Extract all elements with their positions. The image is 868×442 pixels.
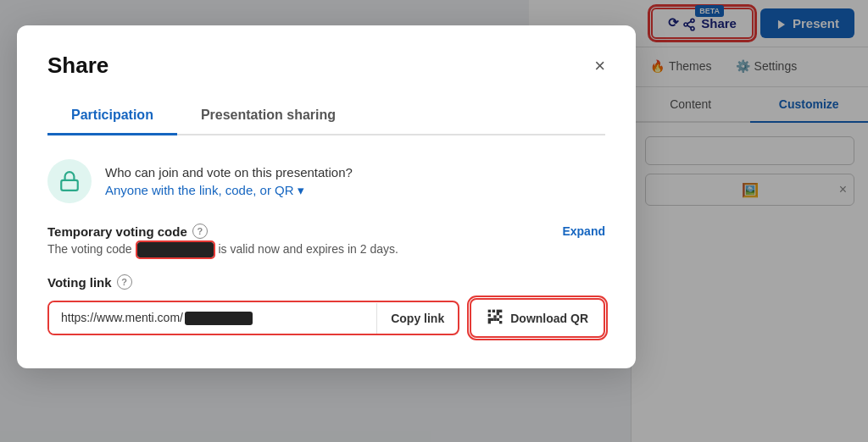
url-prefix: https://www.menti.com/ [61,311,183,324]
download-qr-label: Download QR [510,312,588,325]
svg-rect-7 [488,310,491,312]
voting-link-label-text: Voting link [47,275,112,290]
lock-icon [58,170,81,192]
tab-participation[interactable]: Participation [47,99,177,135]
modal-title: Share [47,52,108,79]
who-can-join-text-block: Who can join and vote on this presentati… [105,165,353,198]
url-redacted [185,312,253,325]
voting-code-redacted [137,242,214,257]
voting-link-row: https://www.menti.com/ Copy link Downloa… [47,298,605,338]
lock-icon-wrap [47,159,92,203]
voting-code-desc-before: The voting code [47,242,132,256]
voting-link-help-icon[interactable]: ? [117,274,132,290]
who-can-join-section: Who can join and vote on this presentati… [47,159,605,203]
svg-rect-17 [497,318,499,321]
download-qr-button[interactable]: Download QR [470,298,605,338]
voting-code-section: Temporary voting code ? Expand The votin… [47,224,605,257]
voting-link-section: Voting link ? https://www.menti.com/ Cop… [47,274,605,338]
svg-rect-10 [497,310,499,312]
svg-rect-9 [488,314,491,317]
voting-link-label: Voting link ? [47,274,132,290]
voting-link-box: https://www.menti.com/ Copy link [47,301,459,335]
modal-header: Share × [47,52,605,79]
anyone-with-link-button[interactable]: Anyone with the link, code, or QR ▾ [105,183,353,198]
voting-url-display: https://www.menti.com/ [49,302,376,334]
svg-rect-18 [499,321,502,323]
voting-code-label-text: Temporary voting code [47,224,187,239]
tab-participation-label: Participation [71,108,153,122]
expand-button[interactable]: Expand [562,224,605,238]
voting-code-header-row: Temporary voting code ? Expand [47,224,605,239]
svg-rect-15 [491,318,493,321]
svg-rect-16 [494,318,497,321]
svg-rect-19 [494,316,497,318]
share-modal: Share × Participation Presentation shari… [17,25,636,368]
anyone-link-label: Anyone with the link, code, or QR [105,183,294,197]
svg-rect-13 [488,318,491,321]
who-can-join-label: Who can join and vote on this presentati… [105,165,353,180]
who-can-join-row: Who can join and vote on this presentati… [47,159,605,203]
modal-tabs: Participation Presentation sharing [47,99,605,135]
svg-rect-11 [499,310,502,312]
tab-presentation-sharing[interactable]: Presentation sharing [177,99,359,135]
svg-rect-6 [61,180,78,191]
voting-link-header-row: Voting link ? [47,274,605,290]
svg-rect-20 [499,316,502,318]
voting-code-desc-after: is valid now and expires in 2 days. [218,242,398,256]
voting-code-help-icon[interactable]: ? [192,224,208,239]
svg-rect-14 [488,321,491,323]
voting-code-description: The voting code is valid now and expires… [47,242,605,257]
chevron-down-icon: ▾ [298,183,304,198]
modal-close-button[interactable]: × [594,57,605,75]
tab-presentation-sharing-label: Presentation sharing [201,108,336,122]
svg-rect-12 [497,312,499,315]
qr-icon [487,308,504,328]
svg-rect-8 [492,310,495,312]
voting-code-label: Temporary voting code ? [47,224,208,239]
copy-link-button[interactable]: Copy link [376,303,458,334]
